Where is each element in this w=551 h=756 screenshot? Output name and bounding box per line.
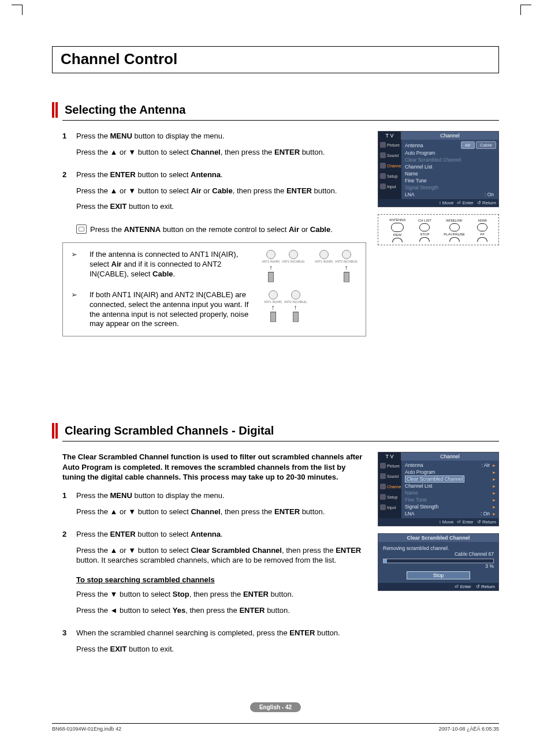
popup-title: Clear Scrambled Channel xyxy=(378,534,498,542)
osd-row: LNA: On► xyxy=(405,510,496,517)
step-text: Press the EXIT button to exit. xyxy=(76,201,366,212)
popup-foot-item: ↺ Return xyxy=(476,584,495,589)
triangle-icon: ► xyxy=(492,470,496,474)
triangle-icon: ► xyxy=(492,484,496,488)
osd-foot-item: ⏎ Enter xyxy=(457,200,473,205)
remote-label: REW xyxy=(393,233,401,237)
step-number: 3 xyxy=(62,628,76,660)
osd-side-item: Input xyxy=(378,502,401,512)
step-number: 1 xyxy=(62,131,76,163)
osd-side-icon xyxy=(380,484,386,489)
remote-half-button[interactable] xyxy=(419,237,430,242)
remote-button[interactable] xyxy=(391,223,404,232)
step: 2Press the ENTER button to select Antenn… xyxy=(62,529,366,621)
osd-footer: ↕ Move⏎ Enter↺ Return xyxy=(378,518,498,526)
osd-row: Name► xyxy=(405,489,496,496)
osd-side-icon xyxy=(380,152,386,158)
step: 2Press the ENTER button to select Antenn… xyxy=(62,170,366,218)
osd-side-item: Input xyxy=(378,181,401,192)
triangle-icon: ► xyxy=(492,463,496,467)
remote-icon xyxy=(76,224,87,234)
osd-side-icon xyxy=(380,163,386,169)
section-intro: The Clear Scrambled Channel function is … xyxy=(62,452,366,482)
osd-side-item: Picture xyxy=(378,140,401,150)
remote-button[interactable] xyxy=(449,223,460,231)
triangle-icon: ► xyxy=(492,512,496,516)
remote-label: WISELINK xyxy=(446,219,463,222)
remote-button-col: HDMIFF xyxy=(477,219,487,242)
step: 1Press the MENU button to display the me… xyxy=(62,131,366,163)
osd-side-icon xyxy=(380,504,386,510)
osd-row: Signal Strength xyxy=(405,184,496,191)
remote-label: FF xyxy=(481,233,485,236)
popup-message: Removing scrambled channel. xyxy=(383,545,494,551)
osd-side-icon xyxy=(380,142,386,148)
step-text: Press the ▼ button to select Stop, then … xyxy=(76,589,366,600)
triangle-icon: ► xyxy=(492,505,496,509)
antenna-diagram-single-cable: ANT1 IN(AIR) ANT2 IN(CABLE)↑ xyxy=(315,250,358,282)
osd-foot-item: ↺ Return xyxy=(477,200,496,205)
remote-half-button[interactable] xyxy=(477,237,487,242)
osd-row: Name xyxy=(405,170,496,177)
remote-button-col: WISELINKPLAY/PAUSE xyxy=(444,219,464,242)
osd-footer: ↕ Move⏎ Enter↺ Return xyxy=(378,199,498,207)
popup-foot-item: ⏎ Enter xyxy=(455,584,471,589)
footer-right: 2007-10-08 ¿ÀÈÄ 6:05:35 xyxy=(438,726,499,732)
osd-side-icon xyxy=(380,494,386,500)
step-text: Press the ▲ or ▼ button to select Channe… xyxy=(76,147,366,158)
antenna-diagram-single-air: ANT1 IN(AIR)↑ ANT2 IN(CABLE) xyxy=(262,250,305,282)
osd-clear-scrambled-popup: Clear Scrambled Channel Removing scrambl… xyxy=(378,533,499,591)
osd-row: Channel List► xyxy=(405,482,496,489)
stop-button[interactable]: Stop xyxy=(407,571,470,579)
osd-tv-label: T V xyxy=(378,132,401,140)
osd-pill: Air xyxy=(461,141,475,149)
popup-footer: ⏎ Enter↺ Return xyxy=(378,583,498,590)
osd-row: Channel List xyxy=(405,163,496,170)
arrow-icon xyxy=(71,290,77,299)
remote-label: STOP xyxy=(420,233,429,236)
step-text: Press the ▲ or ▼ button to select Air or… xyxy=(76,186,366,196)
step-text: Press the ▲ or ▼ button to select Clear … xyxy=(76,545,366,566)
osd-side-item: Channel xyxy=(378,160,401,171)
remote-label: CH LIST xyxy=(418,219,431,222)
remote-half-button[interactable] xyxy=(449,237,460,242)
osd-side-item: Sound xyxy=(378,150,401,160)
remote-label: HDMI xyxy=(478,219,487,222)
chapter-title-box: Channel Control xyxy=(52,46,499,73)
osd-row: LNA: On xyxy=(405,191,496,198)
remote-label: PLAY/PAUSE xyxy=(444,233,464,236)
remote-half-button[interactable] xyxy=(392,238,403,242)
osd-row: Antenna: Air► xyxy=(405,462,496,469)
step: 1Press the MENU button to display the me… xyxy=(62,491,366,522)
osd-side-item: Setup xyxy=(378,492,401,502)
antenna-callout-box: If the antenna is connected to ANT1 IN(A… xyxy=(62,242,366,336)
osd-row: Clear Scrambled Channel► xyxy=(405,476,496,482)
osd-side-item: Setup xyxy=(378,171,401,181)
osd-foot-item: ↺ Return xyxy=(477,519,496,525)
osd-side-icon xyxy=(380,463,386,469)
step-text: Press the MENU button to display the men… xyxy=(76,131,366,141)
triangle-icon: ► xyxy=(492,477,496,481)
page-number-badge: English - 42 xyxy=(250,702,301,712)
remote-button-col: ANTENNAREW xyxy=(389,218,406,242)
osd-side-icon xyxy=(380,473,386,479)
section-title: Clearing Scrambled Channels - Digital xyxy=(65,423,274,439)
remote-button[interactable] xyxy=(419,223,430,231)
sub-heading: To stop searching scrambled channels xyxy=(76,575,215,585)
remote-label: ANTENNA xyxy=(389,218,406,222)
osd-foot-item: ↕ Move xyxy=(439,200,454,205)
section-header-selecting-antenna: Selecting the Antenna xyxy=(52,102,499,118)
chapter-title: Channel Control xyxy=(61,50,490,68)
step-text: Press the ▲ or ▼ button to select Channe… xyxy=(76,507,366,517)
osd-side-icon xyxy=(380,184,386,189)
osd-side-item: Picture xyxy=(378,461,401,471)
osd-foot-item: ⏎ Enter xyxy=(457,519,473,525)
remote-button-col: CH LISTSTOP xyxy=(418,219,431,242)
remote-note: Press the ANTENNA button on the remote c… xyxy=(76,224,366,235)
section-header-clearing-scrambled: Clearing Scrambled Channels - Digital xyxy=(52,423,499,439)
step: 3When the scrambled channel searching is… xyxy=(62,628,366,660)
remote-button[interactable] xyxy=(477,223,487,231)
step-text: When the scrambled channel searching is … xyxy=(76,628,366,638)
osd-row: Fine Tune xyxy=(405,177,496,184)
osd-tab-label: Channel xyxy=(401,452,498,461)
